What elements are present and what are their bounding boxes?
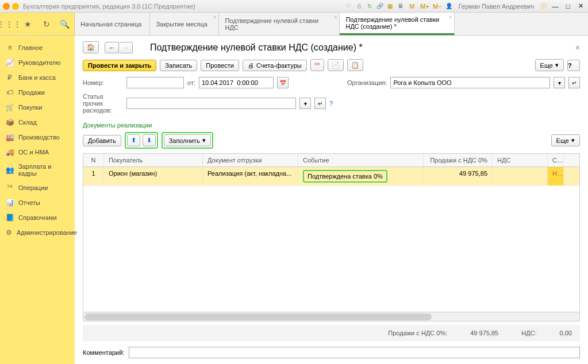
save-button[interactable]: Записать: [160, 60, 197, 71]
fill-button[interactable]: Заполнить ▾: [164, 134, 211, 146]
sidebar-item-references[interactable]: 📘Справочники: [0, 210, 75, 225]
people-icon: 👥: [6, 166, 14, 174]
star-icon[interactable]: ★: [22, 18, 33, 30]
dk-button[interactable]: ᴬᴷ: [310, 59, 324, 71]
m-button[interactable]: M: [407, 2, 417, 11]
tab-start[interactable]: Начальная страница: [75, 13, 150, 35]
sidebar-item-label: Руководителю: [18, 59, 60, 66]
calc-icon[interactable]: 🖩: [397, 2, 405, 10]
sidebar-item-main[interactable]: ≡Главное: [0, 40, 75, 55]
sidebar-item-purchases[interactable]: 🛒Покупки: [0, 100, 75, 115]
post-close-button[interactable]: Провести и закрыть: [83, 60, 156, 71]
sidebar-item-admin[interactable]: ⚙Администрирование: [0, 225, 75, 240]
history-icon[interactable]: ↻: [41, 18, 52, 30]
tab-close-month[interactable]: Закрытие месяца×: [150, 13, 219, 35]
doc-button[interactable]: 📄: [328, 59, 344, 71]
close-icon[interactable]: ×: [449, 14, 452, 20]
post-button[interactable]: Провести: [201, 60, 239, 71]
org-input[interactable]: [390, 77, 550, 88]
org-dropdown-button[interactable]: ▾: [554, 77, 565, 88]
sidebar-item-hr[interactable]: 👥Зарплата и кадры: [0, 160, 75, 180]
expense-label: Статья прочих расходов:: [83, 93, 123, 114]
comment-input[interactable]: [129, 347, 580, 358]
home-button[interactable]: 🏠: [83, 41, 99, 53]
heart-icon[interactable]: ♡: [345, 2, 353, 10]
org-open-button[interactable]: ↵: [568, 77, 580, 88]
expense-input[interactable]: [126, 98, 296, 109]
table-header: N Покупатель Документ отгрузки Событие П…: [83, 154, 579, 167]
sidebar-item-production[interactable]: 🏭Производство: [0, 130, 75, 145]
main-toolbar: Провести и закрыть Записать Провести 🖨Сч…: [83, 59, 580, 71]
search-icon[interactable]: 🔍: [59, 18, 71, 30]
cell-n: 1: [83, 167, 104, 185]
calendar-button[interactable]: 📅: [277, 77, 289, 88]
button-label: Заполнить: [169, 137, 200, 144]
date-input[interactable]: [199, 77, 274, 88]
grid-icon[interactable]: ▦: [386, 2, 394, 10]
print-icon[interactable]: ⎙: [355, 2, 363, 10]
close-page-button[interactable]: ×: [575, 43, 580, 52]
sidebar-item-label: Покупки: [18, 104, 42, 111]
sales-total-value: 49 975,85: [470, 330, 498, 336]
col-sales[interactable]: Продажи с НДС 0%: [424, 154, 493, 166]
add-button[interactable]: Добавить: [83, 135, 121, 146]
report-icon: 📊: [6, 199, 14, 207]
sidebar-item-ops[interactable]: ᵀᴷОперации: [0, 180, 75, 195]
number-input[interactable]: [126, 77, 184, 88]
help-link[interactable]: ?: [329, 100, 333, 107]
cell-doc: Реализация (акт, накладна...: [203, 167, 298, 185]
move-up-button[interactable]: ⬆: [127, 134, 140, 146]
sidebar-item-reports[interactable]: 📊Отчеты: [0, 195, 75, 210]
button-label: Еще: [540, 62, 553, 69]
horizontal-scrollbar[interactable]: [83, 312, 579, 321]
link-icon[interactable]: 🔗: [376, 2, 384, 10]
close-icon[interactable]: ×: [213, 14, 216, 20]
m-plus-button[interactable]: M+: [420, 2, 430, 11]
tab-confirm-vat[interactable]: Подтверждение нулевой ставки НДС×: [219, 13, 340, 35]
expense-dropdown-button[interactable]: ▾: [299, 98, 311, 109]
tab-label: Закрытие месяца: [156, 21, 207, 28]
help-button[interactable]: ?: [567, 60, 580, 71]
col-doc[interactable]: Документ отгрузки: [203, 154, 298, 166]
tab-confirm-vat-create[interactable]: Подтверждение нулевой ставки НДС (создан…: [340, 13, 455, 35]
chevron-down-icon: ▾: [555, 61, 559, 69]
sidebar-item-assets[interactable]: 🚚ОС и НМА: [0, 145, 75, 160]
close-icon[interactable]: ×: [334, 14, 337, 20]
sidebar-item-manager[interactable]: 📈Руководителю: [0, 55, 75, 70]
col-n[interactable]: N: [83, 154, 104, 166]
more-button[interactable]: Еще ▾: [535, 59, 564, 71]
sidebar-item-sales[interactable]: 🏷Продажи: [0, 85, 75, 100]
sidebar-item-bank[interactable]: ₽Банк и касса: [0, 70, 75, 85]
close-window-button[interactable]: ✕: [575, 2, 586, 11]
m-minus-button[interactable]: M−: [432, 2, 443, 11]
col-nds[interactable]: НДС: [493, 154, 548, 166]
more-button-2[interactable]: Еще ▾: [551, 134, 580, 146]
minimize-button[interactable]: —: [550, 2, 560, 11]
sidebar-item-label: Справочники: [18, 214, 57, 221]
forward-button[interactable]: →: [119, 42, 133, 53]
col-buyer[interactable]: Покупатель: [104, 154, 203, 166]
list-button[interactable]: 📋: [347, 59, 363, 71]
col-event[interactable]: Событие: [298, 154, 424, 166]
cell-buyer: Орион (магазин): [104, 167, 203, 185]
invoices-button[interactable]: 🖨Счета-фактуры: [243, 60, 307, 71]
sidebar-item-label: Продажи: [18, 89, 45, 96]
section-title: Документы реализации: [83, 122, 580, 129]
tab-label: Начальная страница: [80, 21, 141, 28]
refresh-icon[interactable]: ↻: [366, 2, 374, 10]
maximize-button[interactable]: □: [563, 2, 573, 11]
expense-open-button[interactable]: ↵: [314, 98, 326, 109]
sidebar-item-stock[interactable]: 📦Склад: [0, 115, 75, 130]
printer-icon: 🖨: [248, 62, 254, 69]
event-value: Подтверждена ставка 0%: [303, 170, 387, 183]
table-row[interactable]: 1 Орион (магазин) Реализация (акт, накла…: [83, 167, 579, 186]
move-down-button[interactable]: ⬇: [143, 134, 156, 146]
info-icon[interactable]: ⓘ: [540, 2, 548, 10]
cell-s: Н...: [548, 167, 564, 185]
app-icon: [2, 2, 10, 10]
window-title: Бухгалтерия предприятия, редакция 3.0 (1…: [23, 3, 345, 10]
col-s[interactable]: С...: [548, 154, 564, 166]
sidebar-item-label: Зарплата и кадры: [18, 163, 69, 177]
back-button[interactable]: ←: [105, 42, 119, 53]
apps-icon[interactable]: ⋮⋮⋮: [3, 18, 15, 30]
